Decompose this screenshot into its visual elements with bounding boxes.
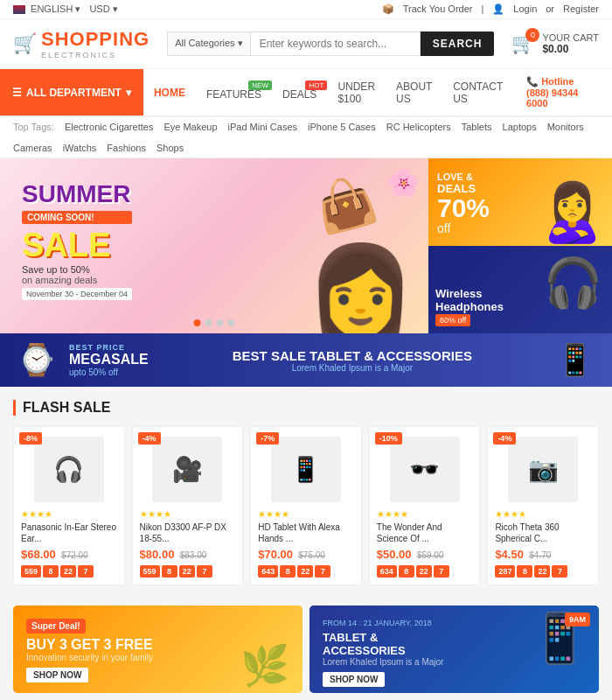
- tag-tablets[interactable]: Tablets: [462, 122, 492, 132]
- product-badge-3: -7%: [256, 432, 279, 444]
- tag-monitors[interactable]: Monitors: [547, 122, 584, 132]
- nav-home[interactable]: HOME: [143, 80, 196, 106]
- product-card-3[interactable]: -7% 📱 ★★★★ HD Tablet With Alexa Hands ..…: [250, 426, 362, 585]
- headphones-text: Wireless Headphones 60% off: [435, 287, 504, 326]
- hero-headphones-banner[interactable]: 🎧 Wireless Headphones 60% off: [428, 246, 612, 333]
- product-name-4: The Wonder And Science Of ...: [377, 522, 473, 544]
- product-countdown-5: 287 8 22 7: [495, 565, 591, 578]
- promo-right-content: FROM 14 : 21 JANUARY, 2018 TABLET & ACCE…: [323, 619, 586, 687]
- all-department-btn[interactable]: ☰ ALL DEPARTMENT ▾: [0, 69, 143, 116]
- cart-label: YOUR CART: [542, 32, 599, 43]
- dot-4[interactable]: [228, 319, 235, 326]
- cart-price: $0.00: [542, 43, 599, 55]
- product-price-1: $68.00: [21, 548, 56, 561]
- tag-fashions[interactable]: Fashions: [107, 143, 146, 153]
- product-stars-2: ★★★★: [140, 509, 236, 519]
- tag-rc[interactable]: RC Helicopters: [386, 122, 451, 132]
- product-countdown-2: 559 8 22 7: [140, 565, 236, 578]
- tag-iwatchs[interactable]: iWatchs: [63, 143, 97, 153]
- tag-top: Top Tags:: [13, 122, 54, 132]
- search-button[interactable]: SEARCH: [421, 32, 495, 56]
- tag-shops[interactable]: Shops: [156, 143, 184, 153]
- tag-iphone[interactable]: iPhone 5 Cases: [308, 122, 376, 132]
- top-bar: ENGLISH ▾ USD ▾ 📦 Track You Order | 👤 Lo…: [0, 0, 612, 19]
- product-icon-1: 🎧: [34, 437, 104, 502]
- product-card-2[interactable]: -4% 🎥 ★★★★ Nikon D3300 AF-P DX 18-55... …: [132, 426, 244, 585]
- hero-summer-text: SUMMER: [22, 180, 132, 208]
- tag-ipad[interactable]: iPad Mini Cases: [228, 122, 297, 132]
- hero-date: November 30 - December 04: [22, 288, 132, 300]
- hero-save-text: Save up to 50%: [22, 264, 132, 275]
- promo-right-date: FROM 14 : 21 JANUARY, 2018: [323, 619, 586, 627]
- nav-contact[interactable]: CONTACT US: [442, 74, 513, 112]
- product-price-3: $70.00: [258, 548, 293, 561]
- product-img-5: 📷: [495, 434, 591, 504]
- promo-buy3-btn[interactable]: SHOP NOW: [26, 668, 88, 682]
- logo[interactable]: 🛒 SHOPPING ELECTRONICS: [13, 28, 150, 60]
- hero-coming-soon: COMING SOON!: [22, 211, 132, 224]
- category-dropdown[interactable]: All Categories ▾: [167, 32, 250, 56]
- promo-tablet-btn[interactable]: SHOP NOW: [323, 672, 385, 687]
- product-price-5: $4.50: [495, 548, 524, 561]
- login-link[interactable]: Login: [513, 4, 537, 15]
- nav-about[interactable]: ABOUT US: [386, 74, 442, 112]
- hero-main-banner[interactable]: SUMMER COMING SOON! SALE Save up to 50% …: [0, 158, 428, 333]
- cart-icon-wrap: 🛒 0: [511, 32, 535, 55]
- hero-sale-text: SALE: [22, 227, 132, 264]
- nav-deals[interactable]: HOT DEALS: [272, 78, 327, 108]
- header: 🛒 SHOPPING ELECTRONICS All Categories ▾ …: [0, 19, 612, 68]
- product-badge-1: -8%: [19, 432, 42, 444]
- tags-bar: Top Tags: Electronic Cigarettes Eye Make…: [0, 117, 612, 158]
- headphones-off-badge: 60% off: [435, 314, 470, 326]
- dot-3[interactable]: [217, 319, 224, 326]
- hero-flowers: 🌸: [387, 167, 420, 198]
- tag-eye[interactable]: Eye Makeup: [163, 122, 217, 132]
- product-stars-5: ★★★★: [495, 509, 591, 519]
- logo-sub: ELECTRONICS: [41, 51, 150, 60]
- dot-1[interactable]: [194, 319, 201, 326]
- hotline: 📞 Hotline (888) 94344 6000: [513, 69, 612, 116]
- product-card-1[interactable]: -8% 🎧 ★★★★ Panasonic In-Ear Stereo Ear..…: [13, 426, 125, 585]
- flash-sale-title: FLASH SALE: [13, 400, 599, 416]
- product-name-1: Panasonic In-Ear Stereo Ear...: [21, 522, 117, 544]
- register-link[interactable]: Register: [563, 4, 599, 15]
- promo-tablet-title: TABLET &: [323, 631, 586, 644]
- cart-badge: 0: [525, 28, 539, 42]
- headphones-image: 🎧: [543, 255, 603, 312]
- product-price-4: $50.00: [377, 548, 412, 561]
- promo-tablet-banner[interactable]: 📱 9AM FROM 14 : 21 JANUARY, 2018 TABLET …: [309, 606, 599, 693]
- product-icon-3: 📱: [271, 437, 341, 502]
- cart-area[interactable]: 🛒 0 YOUR CART $0.00: [511, 32, 599, 55]
- promo-tablet-title2: ACCESSORIES: [323, 644, 586, 657]
- product-stars-1: ★★★★: [21, 509, 117, 519]
- hero-woman-image: 👩: [306, 246, 415, 333]
- search-bar: All Categories ▾ SEARCH: [167, 32, 494, 56]
- tag-laptops[interactable]: Laptops: [503, 122, 537, 132]
- hero-love-deals-text: LOVE & DEALS 70% off: [437, 172, 490, 235]
- navbar: ☰ ALL DEPARTMENT ▾ HOME NEW FEATURES HOT…: [0, 68, 612, 117]
- search-input[interactable]: [250, 32, 421, 56]
- promo-buy3-banner[interactable]: 🌿 Super Deal! BUY 3 GET 3 FREE Innovatio…: [13, 606, 303, 693]
- product-card-5[interactable]: -4% 📷 ★★★★ Ricoh Theta 360 Spherical C..…: [487, 426, 599, 585]
- product-countdown-4: 634 8 22 7: [377, 565, 473, 578]
- currency-selector[interactable]: USD ▾: [89, 4, 117, 15]
- nav-under100[interactable]: UNDER $100: [327, 74, 386, 112]
- product-name-3: HD Tablet With Alexa Hands ...: [258, 522, 354, 544]
- promo-banners: 🌿 Super Deal! BUY 3 GET 3 FREE Innovatio…: [0, 598, 612, 700]
- product-img-4: 🕶️: [377, 434, 473, 504]
- nav-features[interactable]: NEW FEATURES: [196, 78, 272, 108]
- hero-love-deals-banner[interactable]: LOVE & DEALS 70% off 🙎‍♀️: [428, 158, 612, 246]
- nav-links: HOME NEW FEATURES HOT DEALS UNDER $100 A…: [143, 69, 513, 116]
- product-countdown-3: 643 8 22 7: [258, 565, 354, 578]
- hero-text: SUMMER COMING SOON! SALE Save up to 50% …: [22, 180, 132, 300]
- hero-dots: [194, 319, 235, 326]
- tag-cameras[interactable]: Cameras: [13, 143, 52, 153]
- track-order-link[interactable]: Track You Order: [403, 4, 473, 15]
- product-card-4[interactable]: -10% 🕶️ ★★★★ The Wonder And Science Of .…: [369, 426, 481, 585]
- tag-ecigs[interactable]: Electronic Cigarettes: [65, 122, 154, 132]
- product-price-2: $80.00: [140, 548, 175, 561]
- promo-buy3-sub: Innovation security in your family: [26, 653, 289, 662]
- language-selector[interactable]: ENGLISH ▾: [13, 4, 80, 15]
- dot-2[interactable]: [205, 319, 212, 326]
- mega-sale-banner[interactable]: ⌚ BEST PRICE MEGASALE upto 50% off BEST …: [0, 333, 612, 387]
